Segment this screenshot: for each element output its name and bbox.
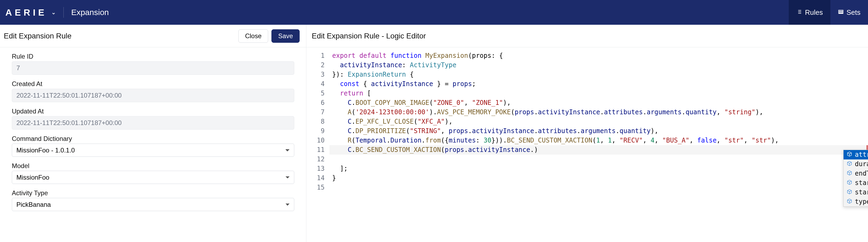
line-number: 6 [306, 98, 324, 108]
line-number: 1 [306, 51, 324, 61]
suggest-item-label: startTime [855, 188, 868, 197]
property-icon [847, 197, 852, 207]
svg-rect-0 [839, 10, 843, 11]
code-line[interactable]: activityInstance: ActivityType [330, 61, 868, 70]
main-split: Edit Expansion Rule Close Save Rule ID C… [0, 25, 868, 242]
line-number: 13 [306, 164, 324, 174]
line-number: 9 [306, 126, 324, 136]
chevron-down-icon: ⌄ [51, 9, 56, 16]
suggest-item[interactable]: type [843, 197, 868, 207]
field-model: Model MissionFoo [12, 162, 294, 184]
code-line[interactable]: C.BOOT_COPY_NOR_IMAGE("ZONE_0", "ZONE_1"… [330, 98, 868, 108]
label-updated-at: Updated At [12, 108, 294, 115]
svg-rect-1 [839, 11, 843, 12]
nav-tab-rules[interactable]: Rules [789, 0, 830, 25]
line-number: 3 [306, 70, 324, 79]
label-model: Model [12, 162, 294, 170]
suggest-item[interactable]: attributes(property) PickBanana.attribut… [843, 150, 868, 159]
navbar: AERIE ⌄ Expansion Rules Sets [0, 0, 868, 25]
input-created-at [12, 89, 294, 102]
line-number: 4 [306, 79, 324, 89]
autocomplete-popup[interactable]: attributes(property) PickBanana.attribut… [843, 150, 868, 207]
property-icon [847, 188, 852, 197]
close-button[interactable]: Close [238, 29, 268, 43]
line-number: 5 [306, 89, 324, 98]
input-updated-at [12, 116, 294, 130]
code-line[interactable]: export default function MyExpansion(prop… [330, 51, 868, 61]
line-number: 7 [306, 108, 324, 117]
left-panel: Edit Expansion Rule Close Save Rule ID C… [0, 25, 306, 242]
right-pane-title: Edit Expansion Rule - Logic Editor [312, 32, 426, 40]
suggest-item-label: endTime [855, 169, 868, 178]
field-updated-at: Updated At [12, 108, 294, 130]
divider [63, 7, 64, 18]
line-number: 11 [306, 145, 324, 155]
code-line[interactable]: return [ [330, 89, 868, 98]
code-line[interactable]: ]; [330, 164, 868, 174]
code-editor[interactable]: 123456789101112131415 export default fun… [306, 47, 868, 242]
code-line[interactable]: A('2024-123t00:00:00').AVS_PCE_MEMORY_PO… [330, 108, 868, 117]
nav-tabs: Rules Sets [789, 0, 868, 25]
property-icon [847, 178, 852, 188]
brand-menu[interactable]: AERIE ⌄ [5, 7, 56, 18]
code-line[interactable] [330, 183, 868, 192]
line-number: 10 [306, 136, 324, 145]
line-number: 14 [306, 174, 324, 183]
code-area[interactable]: export default function MyExpansion(prop… [330, 47, 868, 242]
field-command-dictionary: Command Dictionary MissionFoo - 1.0.1.0 [12, 135, 294, 157]
input-rule-id [12, 61, 294, 75]
suggest-item[interactable]: startOffset [843, 178, 868, 188]
field-activity-type: Activity Type PickBanana [12, 189, 294, 211]
code-line[interactable]: const { activityInstance } = props; [330, 79, 868, 89]
nav-tab-label: Rules [805, 8, 823, 17]
suggest-item-label: duration [855, 159, 868, 169]
rule-form: Rule ID Created At Updated At Command Di… [0, 47, 306, 216]
save-button[interactable]: Save [271, 29, 300, 43]
rules-icon [796, 8, 802, 17]
sets-icon [838, 8, 844, 17]
left-pane-header: Edit Expansion Rule Close Save [0, 25, 306, 47]
suggest-item[interactable]: endTime [843, 169, 868, 178]
select-activity-type[interactable]: PickBanana [12, 198, 294, 211]
select-model[interactable]: MissionFoo [12, 171, 294, 184]
select-command-dictionary[interactable]: MissionFoo - 1.0.1.0 [12, 144, 294, 157]
label-created-at: Created At [12, 80, 294, 88]
suggest-item-label: attributes [855, 150, 868, 159]
label-activity-type: Activity Type [12, 189, 294, 197]
code-line[interactable]: }): ExpansionReturn { [330, 70, 868, 79]
field-rule-id: Rule ID [12, 53, 294, 75]
suggest-item-label: type [855, 197, 868, 207]
code-line[interactable]: R(Temporal.Duration.from({minutes: 30}))… [330, 136, 868, 145]
property-icon [847, 159, 852, 169]
line-number-gutter: 123456789101112131415 [306, 47, 330, 242]
code-line[interactable]: C.BC_SEND_CUSTOM_XACTION(props.activityI… [330, 145, 868, 155]
code-line[interactable]: } [330, 174, 868, 183]
nav-tab-label: Sets [846, 8, 861, 17]
label-rule-id: Rule ID [12, 53, 294, 60]
label-command-dictionary: Command Dictionary [12, 135, 294, 143]
suggest-item[interactable]: duration [843, 159, 868, 169]
right-panel: Edit Expansion Rule - Logic Editor 12345… [306, 25, 868, 242]
suggest-item[interactable]: startTime [843, 188, 868, 197]
property-icon [847, 150, 852, 159]
brand-logo-text: AERIE [5, 7, 47, 18]
section-title: Expansion [71, 8, 109, 17]
suggest-item-label: startOffset [855, 178, 868, 188]
nav-tab-sets[interactable]: Sets [830, 0, 868, 25]
code-line[interactable] [330, 155, 868, 164]
field-created-at: Created At [12, 80, 294, 102]
left-pane-title: Edit Expansion Rule [4, 32, 71, 40]
property-icon [847, 169, 852, 178]
code-line[interactable]: C.DP_PRIORITIZE("STRING", props.activity… [330, 126, 868, 136]
svg-rect-2 [839, 13, 843, 13]
right-pane-header: Edit Expansion Rule - Logic Editor [306, 25, 868, 47]
line-number: 12 [306, 155, 324, 164]
line-number: 15 [306, 183, 324, 192]
line-number: 8 [306, 117, 324, 126]
line-number: 2 [306, 61, 324, 70]
code-line[interactable]: C.EP_XFC_LV_CLOSE("XFC_A"), [330, 117, 868, 126]
